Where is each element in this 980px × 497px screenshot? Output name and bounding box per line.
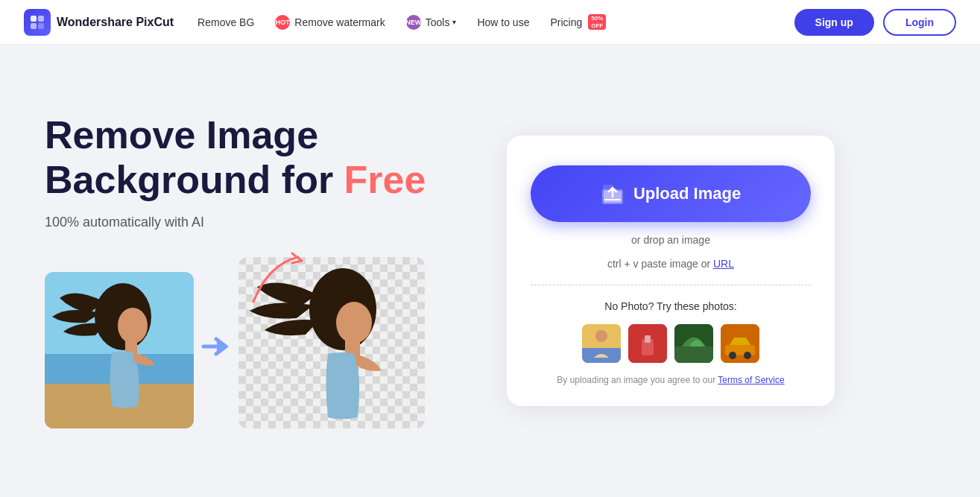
svg-rect-27	[645, 335, 651, 343]
terms-text: By uploading an image you agree to our T…	[557, 375, 784, 385]
nav-tools[interactable]: NEW Tools ▾	[406, 15, 457, 30]
nav-remove-bg[interactable]: Remove BG	[197, 16, 254, 28]
svg-point-8	[118, 308, 148, 344]
logo-link[interactable]: Wondershare PixCut	[24, 9, 174, 36]
hero-subtitle: 100% automatically with AI	[45, 215, 477, 230]
hero-title: Remove Image Background for Free	[45, 113, 477, 203]
original-image	[45, 272, 194, 428]
arrow-right-icon	[194, 324, 238, 369]
svg-point-33	[744, 352, 751, 359]
paste-text: ctrl + v paste image or URL	[607, 258, 734, 270]
divider	[531, 285, 811, 285]
svg-point-17	[336, 302, 372, 344]
hot-badge: HOT	[275, 15, 290, 30]
chevron-down-icon: ▾	[452, 18, 456, 26]
sample-photo-1[interactable]	[582, 324, 621, 363]
login-button[interactable]: Login	[883, 9, 956, 36]
sample-photos-label: No Photo? Try these photos:	[604, 300, 736, 312]
upload-panel: Upload Image or drop an image ctrl + v p…	[507, 136, 835, 406]
sample-photo-3[interactable]	[674, 324, 713, 363]
curved-arrow-decoration	[246, 250, 313, 312]
svg-rect-21	[603, 185, 613, 192]
sample-photo-4[interactable]	[721, 324, 759, 363]
logo-text: Wondershare PixCut	[57, 16, 174, 29]
new-badge: NEW	[406, 15, 421, 30]
hero-left: Remove Image Background for Free 100% au…	[45, 113, 477, 428]
svg-marker-10	[217, 338, 229, 355]
sample-photo-2[interactable]	[628, 324, 667, 363]
image-comparison	[45, 257, 477, 428]
upload-button[interactable]: Upload Image	[531, 165, 811, 222]
url-link[interactable]: URL	[713, 258, 734, 270]
svg-rect-29	[674, 346, 713, 363]
navbar: Wondershare PixCut Remove BG HOT Remove …	[0, 0, 980, 45]
svg-point-32	[729, 352, 736, 359]
drop-text: or drop an image	[631, 234, 710, 246]
svg-rect-0	[31, 16, 37, 22]
terms-link[interactable]: Terms of Service	[718, 375, 784, 385]
svg-point-24	[595, 330, 607, 342]
logo-icon	[24, 9, 51, 36]
nav-actions: Sign up Login	[794, 9, 956, 36]
nav-remove-watermark[interactable]: HOT Remove watermark	[275, 15, 385, 30]
discount-badge: 50%OFF	[588, 14, 606, 30]
svg-rect-3	[38, 23, 44, 29]
nav-how-to-use[interactable]: How to use	[477, 16, 529, 28]
hero-section: Remove Image Background for Free 100% au…	[0, 45, 980, 497]
nav-links: Remove BG HOT Remove watermark NEW Tools…	[197, 14, 794, 30]
svg-rect-2	[31, 23, 37, 29]
sample-photos	[582, 324, 759, 363]
upload-icon	[601, 182, 625, 206]
signup-button[interactable]: Sign up	[794, 9, 874, 36]
svg-rect-1	[38, 16, 44, 22]
nav-pricing[interactable]: Pricing 50%OFF	[550, 14, 606, 30]
